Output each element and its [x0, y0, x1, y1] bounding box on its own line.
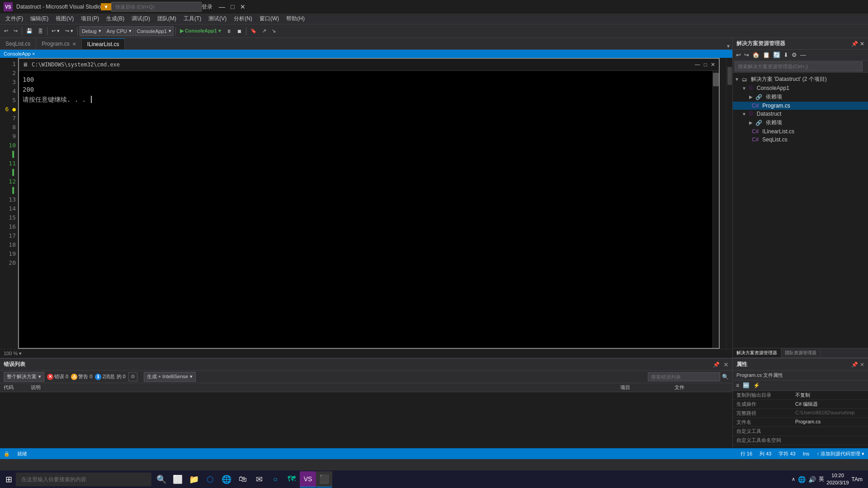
taskbar-icon-vs[interactable]: VS: [300, 471, 316, 488]
console-minimize-btn[interactable]: —: [695, 61, 700, 68]
minimize-button[interactable]: —: [216, 2, 228, 11]
taskbar-icon-maps[interactable]: 🗺: [283, 471, 300, 488]
tray-network[interactable]: 🌐: [798, 476, 806, 483]
prop-close-btn[interactable]: ✕: [860, 361, 864, 368]
toolbar-forward-btn[interactable]: ↪: [11, 26, 20, 36]
taskbar-search-input[interactable]: [16, 473, 151, 486]
tree-seqlist[interactable]: C# SeqList.cs: [733, 136, 868, 144]
tab-program-close[interactable]: ✕: [72, 42, 76, 47]
project-dropdown[interactable]: ConsoleApp1▾: [135, 26, 174, 36]
tab-ilinearlist[interactable]: ILinearList.cs: [82, 38, 125, 49]
error-badge[interactable]: ✕ 错误 0: [47, 373, 68, 380]
code-area[interactable]: 🖥 C:\WINDOWS\system32\cmd.exe — □ ✕ 100: [18, 58, 726, 349]
se-btn-8[interactable]: —: [799, 51, 807, 59]
console-close-btn[interactable]: ✕: [711, 61, 715, 68]
menu-build[interactable]: 生成(B): [103, 14, 128, 23]
toolbar-extra2-btn[interactable]: ↘: [269, 26, 278, 36]
taskbar-icon-ie[interactable]: 🌐: [218, 471, 235, 488]
tray-notification[interactable]: TAm: [852, 476, 863, 483]
taskbar-icon-store[interactable]: 🛍: [235, 471, 251, 488]
console-restore-btn[interactable]: □: [704, 61, 707, 68]
maximize-button[interactable]: □: [228, 2, 237, 11]
info-badge[interactable]: ℹ 2消息 的 0: [95, 373, 125, 380]
tray-up-arrow[interactable]: ∧: [792, 476, 795, 482]
menu-edit[interactable]: 编辑(E): [27, 14, 52, 23]
error-list-close[interactable]: ✕: [723, 361, 729, 368]
menu-file[interactable]: 文件(F): [2, 14, 27, 23]
taskbar-icon-cmd[interactable]: ⬛: [316, 471, 332, 488]
warning-badge[interactable]: ⚠ 警告 0: [71, 373, 92, 380]
menu-tools[interactable]: 工具(T): [180, 14, 205, 23]
status-add-source[interactable]: ↑ 添加到源代码管理 ▾: [816, 450, 864, 457]
signin-link[interactable]: 登录: [202, 3, 212, 11]
tree-ilinear[interactable]: C# ILinearList.cs: [733, 127, 868, 136]
console-scrollbar[interactable]: [712, 71, 719, 348]
tree-ca1-deps[interactable]: ▶ 🔗 依赖项: [733, 92, 868, 102]
taskbar-icon-explorer[interactable]: 📁: [186, 471, 202, 488]
toolbar-redo-btn[interactable]: ↪ ▾: [63, 26, 75, 36]
toolbar-back-btn[interactable]: ↩: [2, 26, 10, 36]
tree-datastruct[interactable]: ▼ © Datastruct: [733, 110, 868, 118]
prop-pin-btn[interactable]: 📌: [851, 361, 858, 368]
menu-team[interactable]: 团队(M): [154, 14, 180, 23]
filter-icon[interactable]: ▼: [101, 3, 111, 10]
error-list-pin[interactable]: 📌: [713, 361, 720, 368]
start-button[interactable]: ⊞: [2, 473, 16, 486]
toolbar-bookmark-btn[interactable]: 🔖: [248, 26, 259, 36]
console-app-tab[interactable]: ConsoleApp ×: [0, 50, 732, 58]
se-tab-solution[interactable]: 解决方案资源管理器: [733, 348, 781, 357]
zoom-level[interactable]: 100 % ▾: [4, 351, 22, 357]
quick-launch-input[interactable]: [111, 2, 202, 12]
se-btn-4[interactable]: 📋: [761, 51, 771, 59]
se-btn-5[interactable]: 🔄: [772, 51, 782, 59]
debug-mode-dropdown[interactable]: Debug▾: [80, 26, 103, 36]
se-search-input[interactable]: [735, 61, 863, 71]
se-btn-3[interactable]: 🏠: [751, 51, 761, 59]
tab-seqlist[interactable]: SeqList.cs: [0, 38, 36, 49]
menu-view[interactable]: 视图(V): [52, 14, 77, 23]
tab-program[interactable]: Program.cs ✕: [36, 38, 81, 49]
taskbar-icon-search[interactable]: 🔍: [153, 471, 170, 488]
error-search-icon[interactable]: 🔍: [722, 374, 729, 380]
prop-btn-1[interactable]: ≡: [735, 381, 741, 389]
menu-test[interactable]: 测试(V): [205, 14, 230, 23]
se-btn-6[interactable]: ⬇: [782, 51, 790, 59]
build-filter-dropdown[interactable]: 生成 + IntelliSense ▾: [144, 372, 196, 382]
platform-dropdown[interactable]: Any CPU▾: [104, 26, 134, 36]
toolbar-stop-btn[interactable]: ⏹: [235, 26, 244, 36]
se-pin-btn[interactable]: 📌: [851, 41, 858, 47]
menu-analyze[interactable]: 分析(N): [230, 14, 256, 23]
tree-program-cs[interactable]: C# Program.cs: [733, 102, 868, 110]
menu-debug[interactable]: 调试(D): [128, 14, 154, 23]
status-ready[interactable]: 🔒: [4, 451, 10, 457]
prop-btn-3[interactable]: ⚡: [752, 381, 761, 389]
toolbar-save-btn[interactable]: 💾: [24, 26, 35, 36]
error-search-input[interactable]: [648, 372, 720, 381]
se-tab-team[interactable]: 团队资源管理器: [781, 348, 821, 357]
se-close-btn[interactable]: ✕: [860, 41, 864, 47]
taskbar-icon-cortana[interactable]: ○: [267, 471, 283, 488]
toolbar-undo-btn[interactable]: ↩ ▾: [49, 26, 62, 36]
close-button[interactable]: ✕: [237, 2, 248, 11]
prop-btn-2[interactable]: 🔤: [741, 381, 751, 389]
editor-vscrollbar[interactable]: [726, 58, 732, 349]
taskbar-icon-taskview[interactable]: ⬜: [170, 471, 186, 488]
tray-volume[interactable]: 🔊: [808, 476, 816, 483]
tray-lang[interactable]: 英: [819, 475, 824, 483]
filter-dropdown[interactable]: 整个解决方案 ▾: [4, 372, 44, 382]
tree-solution[interactable]: ▼ 🗂 解决方案 'Datastruct' (2 个项目): [733, 75, 868, 84]
taskbar-icon-mail[interactable]: ✉: [251, 471, 267, 488]
toolbar-pause-btn[interactable]: ⏸: [224, 26, 234, 36]
se-btn-7[interactable]: ⚙: [790, 51, 798, 59]
run-button[interactable]: ▶ ConsoleApp1 ▾: [178, 26, 223, 36]
menu-project[interactable]: 项目(P): [77, 14, 103, 23]
se-btn-1[interactable]: ↩: [735, 51, 742, 59]
toolbar-saveall-btn[interactable]: 🗄: [36, 26, 45, 36]
filter-toggle-btn[interactable]: ⚙: [128, 372, 137, 381]
toolbar-extra1-btn[interactable]: ↗: [260, 26, 269, 36]
tree-consoleapp1[interactable]: ▼ © ConsoleApp1: [733, 84, 868, 92]
menu-help[interactable]: 帮助(H): [283, 14, 308, 23]
taskbar-icon-edge[interactable]: ⬡: [202, 471, 218, 488]
menu-window[interactable]: 窗口(W): [256, 14, 283, 23]
tray-time[interactable]: 10:20 2020/3/19: [827, 472, 849, 486]
